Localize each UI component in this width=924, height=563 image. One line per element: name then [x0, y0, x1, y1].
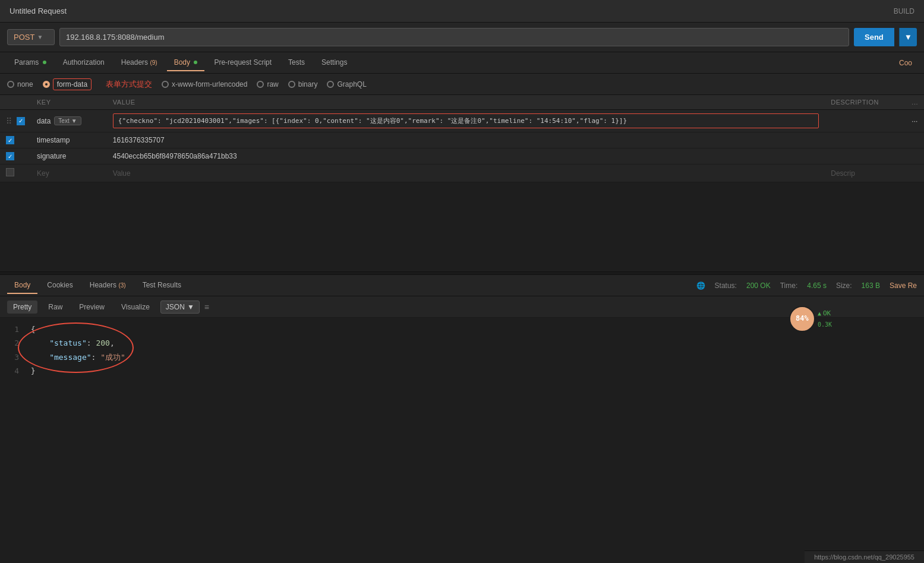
table-row: signature 4540eccb65b6f84978650a86a471bb…	[0, 148, 924, 165]
url-input[interactable]	[59, 28, 849, 46]
row-checkbox-4[interactable]	[6, 168, 14, 176]
body-type-form-data[interactable]: form-data	[43, 78, 92, 90]
row-desc-1	[825, 110, 906, 132]
response-tab-cookies[interactable]: Cookies	[40, 277, 80, 294]
radio-graphql-icon	[327, 81, 334, 88]
response-tab-headers[interactable]: Headers (3)	[83, 277, 133, 294]
form-data-label: form-data	[53, 78, 92, 90]
row-desc-placeholder[interactable]: Descrip	[825, 165, 906, 182]
build-label: BUILD	[894, 7, 914, 15]
radio-raw-icon	[257, 81, 264, 88]
json-dropdown-icon: ▼	[187, 303, 194, 311]
format-tab-pretty[interactable]: Pretty	[7, 301, 37, 314]
body-type-graphql[interactable]: GraphQL	[327, 80, 366, 88]
tab-authorization[interactable]: Authorization	[56, 55, 112, 71]
tab-params[interactable]: Params	[7, 55, 53, 71]
row-value-placeholder[interactable]: Value	[107, 165, 825, 182]
request-title: Untitled Request	[10, 7, 67, 15]
size-value: 163 B	[862, 282, 880, 290]
format-tab-preview[interactable]: Preview	[73, 301, 111, 314]
col-value: VALUE	[107, 95, 825, 110]
status-label: Status:	[715, 282, 737, 290]
body-type-raw[interactable]: raw	[257, 80, 278, 88]
row-key-1: data	[37, 117, 51, 125]
row-key-3: signature	[31, 148, 107, 165]
response-line-2: 2 "status": 200,	[7, 336, 917, 350]
bottom-url-text: https://blog.csdn.net/qq_29025955	[814, 553, 914, 561]
globe-icon: 🌐	[696, 282, 705, 290]
row-more-2	[906, 132, 924, 148]
format-bar: Pretty Raw Preview Visualize JSON ▼ ≡	[0, 296, 924, 318]
row-desc-2	[825, 132, 906, 148]
params-indicator	[43, 61, 46, 64]
tab-headers[interactable]: Headers (9)	[114, 55, 165, 71]
body-type-none[interactable]: none	[7, 80, 33, 88]
tab-pre-request-script[interactable]: Pre-request Script	[207, 55, 279, 71]
response-line-1: 1 {	[7, 322, 917, 336]
format-tab-visualize[interactable]: Visualize	[115, 301, 156, 314]
response-tab-bar: Body Cookies Headers (3) Test Results 🌐 …	[0, 275, 924, 296]
radio-binary-icon	[288, 81, 295, 88]
size-indicator: 0.3K	[818, 320, 832, 330]
size-label: Size:	[836, 282, 852, 290]
top-bar: Untitled Request BUILD	[0, 0, 924, 23]
wrap-icon[interactable]: ≡	[204, 302, 209, 312]
table-row-placeholder: Key Value Descrip	[0, 165, 924, 182]
table-row: ⠿ data Text ▼ {"checkno": "jcd2021040300…	[0, 110, 924, 132]
chinese-label: 表单方式提交	[106, 79, 152, 90]
coo-label: Coo	[899, 59, 912, 67]
body-indicator	[194, 61, 197, 64]
method-arrow-icon: ▼	[37, 34, 43, 40]
row-checkbox-1[interactable]	[17, 117, 25, 125]
row-checkbox-2[interactable]	[6, 136, 14, 144]
row-checkbox-3[interactable]	[6, 152, 14, 160]
radio-none-icon	[7, 81, 14, 88]
tab-body[interactable]: Body	[167, 55, 205, 71]
bottom-url-bar: https://blog.csdn.net/qq_29025955	[805, 551, 924, 563]
table-row: timestamp 1616376335707	[0, 132, 924, 148]
row-value-3[interactable]: 4540eccb65b6f84978650a86a471bb33	[107, 148, 825, 165]
body-type-bar: none form-data 表单方式提交 x-www-form-urlenco…	[0, 74, 924, 95]
response-line-3: 3 "message": "成功"	[7, 350, 917, 364]
time-label: Time:	[780, 282, 798, 290]
format-tab-raw[interactable]: Raw	[42, 301, 68, 314]
drag-icon: ⠿	[6, 116, 12, 126]
body-type-binary[interactable]: binary	[288, 80, 318, 88]
ok-indicator: ▲ OK	[818, 308, 832, 320]
type-badge-1[interactable]: Text ▼	[54, 116, 81, 125]
circle-badge: 84%	[789, 306, 815, 332]
type-dropdown-icon: ▼	[71, 118, 77, 124]
send-dropdown-button[interactable]: ▼	[899, 28, 917, 46]
save-response-label[interactable]: Save Re	[890, 282, 917, 290]
response-tab-body[interactable]: Body	[7, 277, 37, 294]
body-type-urlencoded[interactable]: x-www-form-urlencoded	[162, 80, 247, 88]
row-more-3	[906, 148, 924, 165]
response-tab-test-results[interactable]: Test Results	[135, 277, 188, 294]
response-line-4: 4 }	[7, 364, 917, 378]
status-value: 200 OK	[746, 282, 771, 290]
request-spacer	[0, 182, 924, 271]
method-select[interactable]: POST ▼	[7, 29, 55, 45]
request-tab-bar: Params Authorization Headers (9) Body Pr…	[0, 52, 924, 74]
row-value-2[interactable]: 1616376335707	[107, 132, 825, 148]
row-key-2: timestamp	[31, 132, 107, 148]
radio-urlencoded-icon	[162, 81, 169, 88]
send-button[interactable]: Send	[854, 28, 894, 46]
col-description: DESCRIPTION	[825, 95, 906, 110]
row-more-1[interactable]: ···	[906, 110, 924, 132]
col-key: KEY	[31, 95, 107, 110]
params-table: KEY VALUE DESCRIPTION ... ⠿ data Text ▼	[0, 95, 924, 182]
tab-settings[interactable]: Settings	[314, 55, 354, 71]
row-value-1[interactable]: {"checkno": "jcd20210403001","images": […	[113, 113, 819, 128]
json-format-select[interactable]: JSON ▼	[160, 301, 200, 314]
url-bar: POST ▼ Send ▼	[0, 23, 924, 52]
radio-form-data-icon	[43, 81, 50, 88]
response-status: 🌐 Status: 200 OK Time: 4.65 s Size: 163 …	[696, 282, 917, 290]
row-desc-3	[825, 148, 906, 165]
method-label: POST	[14, 33, 34, 42]
tab-tests[interactable]: Tests	[281, 55, 312, 71]
circle-badge-container: 84% ▲ OK 0.3K	[789, 306, 832, 332]
headers-count-badge: (9)	[150, 59, 157, 66]
col-more: ...	[906, 95, 924, 110]
row-key-placeholder[interactable]: Key	[31, 165, 107, 182]
